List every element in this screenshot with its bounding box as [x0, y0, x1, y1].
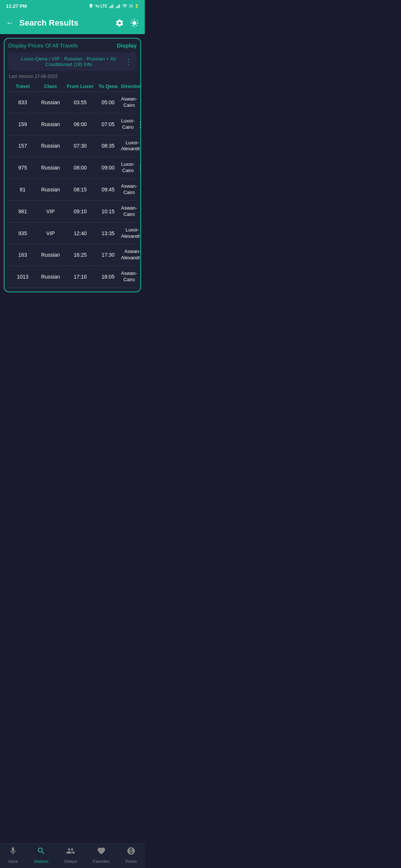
cell-travel: 833	[10, 99, 36, 105]
table-row: 163 Russian 16:25 17:30 Aswan-Alexandria…	[8, 244, 137, 266]
theme-icon[interactable]	[130, 19, 139, 27]
cell-from: 08:00	[65, 165, 95, 171]
cell-direction: Luxor-Cairo	[121, 161, 135, 174]
cell-direction: Aswan-Cairo	[121, 205, 137, 218]
cell-class: VIP	[36, 230, 65, 236]
alarm-icon	[88, 3, 94, 9]
svg-rect-1	[110, 6, 111, 8]
cell-to: 08:35	[95, 143, 121, 149]
row-menu-button[interactable]: ⋮	[135, 163, 141, 172]
battery-icon: 🔋	[134, 4, 139, 8]
table-row: 975 Russian 08:00 09:00 Luxor-Cairo ⋮	[8, 157, 137, 178]
th-from: From Luxor	[65, 83, 95, 89]
cell-from: 08:15	[65, 187, 95, 193]
wifi-icon	[122, 3, 127, 9]
cell-to: 09:00	[95, 165, 121, 171]
cell-direction: Aswan-Cairo	[121, 183, 137, 196]
cell-class: Russian	[36, 187, 65, 193]
cell-to: 09:45	[95, 187, 121, 193]
route-menu-button[interactable]: ⋮	[125, 57, 132, 66]
cell-from: 17:10	[65, 274, 95, 280]
cell-to: 10:15	[95, 208, 121, 214]
cell-to: 07:05	[95, 121, 121, 127]
signal-icon	[109, 3, 114, 9]
cell-to: 05:00	[95, 99, 121, 105]
route-info: Luxor-Qena / VIP - Russian - Russian + A…	[8, 52, 137, 71]
cell-from: 12:40	[65, 230, 95, 236]
row-menu-button[interactable]: ⋮	[137, 272, 141, 281]
cell-travel: 159	[10, 121, 36, 127]
svg-rect-3	[113, 4, 113, 8]
cell-to: 13:35	[95, 230, 121, 236]
cell-class: VIP	[36, 208, 65, 214]
signal-icon2	[115, 3, 121, 9]
table-body: 833 Russian 03:55 05:00 Aswan-Cairo ⋮ 15…	[8, 91, 137, 288]
display-prices-button[interactable]: Display	[117, 42, 137, 49]
table-row: 157 Russian 07:30 08:35 Luxor-Alexandria…	[8, 135, 137, 157]
display-prices-banner: Display Prices Of All Travels Display	[8, 42, 137, 49]
cell-from: 09:10	[65, 208, 95, 214]
svg-rect-4	[116, 7, 117, 8]
app-header: ← Search Results	[0, 12, 145, 34]
cell-travel: 163	[10, 252, 36, 258]
row-divider	[8, 287, 137, 288]
cell-travel: 81	[10, 187, 36, 193]
row-menu-button[interactable]: ⋮	[137, 207, 141, 216]
cell-direction: Aswan-Alexandria	[121, 249, 141, 261]
table-row: 981 VIP 09:10 10:15 Aswan-Cairo ⋮	[8, 201, 137, 222]
results-card: Display Prices Of All Travels Display Lu…	[4, 38, 141, 292]
cell-class: Russian	[36, 252, 65, 258]
cell-travel: 975	[10, 165, 36, 171]
table-row: 81 Russian 08:15 09:45 Aswan-Cairo ⋮	[8, 179, 137, 200]
status-bar: 11:27 PM Yo LTE 28 🔋	[0, 0, 145, 12]
display-prices-text: Display Prices Of All Travels	[8, 42, 78, 49]
cell-from: 07:30	[65, 143, 95, 149]
back-button[interactable]: ←	[6, 18, 14, 28]
cell-direction: Luxor-Cairo	[121, 118, 135, 131]
version-text: Last Version 17-06-2023	[8, 74, 137, 79]
cell-direction: Luxor-Alexandria	[121, 140, 141, 152]
cell-travel: 935	[10, 230, 36, 236]
cell-direction: Aswan-Cairo	[121, 96, 137, 109]
cell-travel: 157	[10, 143, 36, 149]
header-icons	[115, 19, 139, 27]
cell-travel: 981	[10, 208, 36, 214]
row-menu-button[interactable]: ⋮	[137, 98, 141, 107]
table-row: 935 VIP 12:40 13:35 Luxor-Alexandria ⋮	[8, 223, 137, 244]
cell-to: 17:30	[95, 252, 121, 258]
svg-rect-0	[109, 7, 110, 8]
svg-rect-5	[117, 6, 118, 8]
route-text: Luxor-Qena / VIP - Russian - Russian + A…	[13, 56, 125, 67]
page-title: Search Results	[19, 18, 115, 28]
th-to: To Qena	[95, 83, 121, 89]
cell-class: Russian	[36, 274, 65, 280]
table-row: 833 Russian 03:55 05:00 Aswan-Cairo ⋮	[8, 92, 137, 113]
th-class: Class	[36, 83, 65, 89]
table-row: 159 Russian 06:00 07:05 Luxor-Cairo ⋮	[8, 114, 137, 135]
cell-direction: Luxor-Alexandria	[121, 227, 141, 240]
status-icons: Yo LTE 28 🔋	[88, 3, 139, 9]
cell-travel: 1013	[10, 274, 36, 280]
cell-class: Russian	[36, 143, 65, 149]
cell-class: Russian	[36, 99, 65, 105]
cell-to: 18:05	[95, 274, 121, 280]
cell-from: 06:00	[65, 121, 95, 127]
cell-from: 03:55	[65, 99, 95, 105]
row-menu-button[interactable]: ⋮	[135, 120, 141, 129]
svg-rect-7	[119, 4, 120, 8]
settings-icon[interactable]	[115, 19, 124, 27]
cell-class: Russian	[36, 165, 65, 171]
lte-label: Yo LTE	[95, 4, 107, 8]
main-content: Display Prices Of All Travels Display Lu…	[0, 34, 145, 322]
battery-label: 28	[129, 4, 133, 8]
status-time: 11:27 PM	[6, 3, 27, 9]
table-row: 1013 Russian 17:10 18:05 Aswan-Cairo ⋮	[8, 266, 137, 287]
svg-rect-6	[118, 5, 119, 8]
th-direction: Direction	[121, 83, 141, 89]
table-header: Travel Class From Luxor To Qena Directio…	[8, 81, 137, 91]
cell-class: Russian	[36, 121, 65, 127]
cell-direction: Aswan-Cairo	[121, 270, 137, 283]
cell-from: 16:25	[65, 252, 95, 258]
th-travel: Travel	[10, 83, 36, 89]
row-menu-button[interactable]: ⋮	[137, 185, 141, 194]
